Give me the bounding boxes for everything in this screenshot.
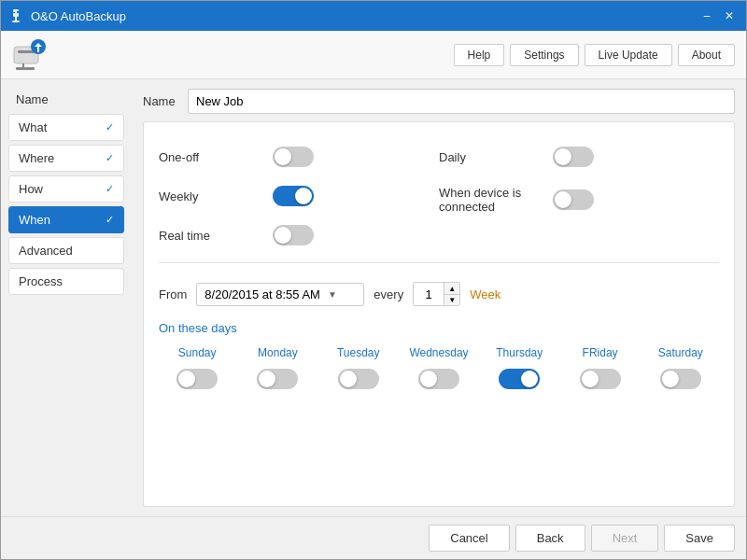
wednesday-track xyxy=(418,369,459,389)
date-value: 8/20/2015 at 8:55 AM xyxy=(204,287,320,301)
sunday-toggle[interactable] xyxy=(176,369,218,389)
spinner-buttons: ▲ ▼ xyxy=(444,283,459,305)
title-bar: O&O AutoBackup – ✕ xyxy=(1,1,746,31)
schedule-options: One-off Weekly xyxy=(159,137,719,255)
divider xyxy=(159,262,719,263)
svg-rect-2 xyxy=(12,21,20,22)
sunday-thumb xyxy=(178,371,195,387)
sidebar-item-when[interactable]: When ✓ xyxy=(8,206,124,233)
name-label: Name xyxy=(143,94,180,108)
sidebar-when-label: When xyxy=(19,213,50,227)
daily-label: Daily xyxy=(439,150,542,164)
real-time-row: Real time xyxy=(159,216,439,255)
day-name-sunday: Sunday xyxy=(159,346,235,365)
next-button[interactable]: Next xyxy=(591,525,659,552)
job-name-input[interactable] xyxy=(188,89,735,114)
back-button[interactable]: Back xyxy=(515,525,585,552)
svg-rect-4 xyxy=(17,11,19,13)
spinner-up[interactable]: ▲ xyxy=(444,283,459,294)
title-bar-left: O&O AutoBackup xyxy=(8,8,126,23)
minimize-button[interactable]: – xyxy=(698,7,716,25)
spinner-down[interactable]: ▼ xyxy=(444,294,459,305)
content-area: Name What ✓ Where ✓ How ✓ When ✓ Advance… xyxy=(1,79,746,516)
svg-rect-6 xyxy=(18,50,35,53)
wednesday-toggle-wrap xyxy=(401,369,477,389)
saturday-toggle[interactable] xyxy=(660,369,701,389)
day-name-saturday: Saturday xyxy=(642,346,719,365)
saturday-track xyxy=(660,369,701,389)
cancel-button[interactable]: Cancel xyxy=(429,525,509,552)
from-label: From xyxy=(159,287,187,301)
weekly-thumb xyxy=(295,188,312,204)
tuesday-toggle[interactable] xyxy=(338,369,379,389)
friday-track xyxy=(580,369,621,389)
save-button[interactable]: Save xyxy=(664,525,735,552)
friday-toggle-wrap xyxy=(561,369,638,389)
thursday-toggle-wrap xyxy=(481,369,557,389)
sidebar-where-check: ✓ xyxy=(106,152,114,164)
main-panel: Name One-off xyxy=(132,79,746,516)
window-title: O&O AutoBackup xyxy=(31,9,126,23)
sidebar-item-where[interactable]: Where ✓ xyxy=(8,145,124,172)
app-window: O&O AutoBackup – ✕ Help Settings Live Up… xyxy=(0,0,747,560)
app-logo xyxy=(12,36,49,74)
close-button[interactable]: ✕ xyxy=(720,7,739,25)
help-button[interactable]: Help xyxy=(454,44,505,66)
sunday-toggle-wrap xyxy=(159,369,235,389)
real-time-toggle[interactable] xyxy=(273,225,314,245)
friday-toggle[interactable] xyxy=(580,369,621,389)
tuesday-track xyxy=(338,369,379,389)
daily-row: Daily xyxy=(439,137,719,176)
real-time-track xyxy=(273,225,314,245)
one-off-toggle[interactable] xyxy=(273,147,314,167)
footer-buttons: Cancel Back Next Save xyxy=(1,516,746,559)
daily-thumb xyxy=(555,148,571,165)
day-name-tuesday: Tuesday xyxy=(320,346,397,365)
saturday-toggle-wrap xyxy=(642,369,719,389)
thursday-toggle[interactable] xyxy=(499,369,540,389)
sidebar-how-check: ✓ xyxy=(106,183,114,195)
about-button[interactable]: About xyxy=(678,44,735,66)
monday-toggle-wrap xyxy=(239,369,316,389)
thursday-track xyxy=(499,369,540,389)
wednesday-toggle[interactable] xyxy=(418,369,459,389)
live-update-button[interactable]: Live Update xyxy=(585,44,672,66)
svg-rect-7 xyxy=(16,67,35,70)
day-name-friday: FRiday xyxy=(561,346,638,365)
settings-button[interactable]: Settings xyxy=(510,44,578,66)
weekly-track xyxy=(273,186,314,206)
thursday-thumb xyxy=(521,371,538,387)
every-input[interactable] xyxy=(414,284,444,305)
days-grid: Sunday Monday Tuesday Wednesday Thursday… xyxy=(159,346,719,389)
weekly-toggle[interactable] xyxy=(273,186,314,206)
date-select[interactable]: 8/20/2015 at 8:55 AM ▼ xyxy=(196,283,364,306)
monday-toggle[interactable] xyxy=(257,369,298,389)
days-title: On these days xyxy=(159,321,719,335)
day-name-monday: Monday xyxy=(239,346,316,365)
tuesday-toggle-wrap xyxy=(320,369,397,389)
sidebar-how-label: How xyxy=(19,182,43,196)
name-row: Name xyxy=(143,89,735,114)
sidebar-process-label: Process xyxy=(19,274,63,288)
sidebar-item-process[interactable]: Process xyxy=(8,268,124,295)
one-off-row: One-off xyxy=(159,137,439,176)
sidebar-item-advanced[interactable]: Advanced xyxy=(8,237,124,264)
every-stepper[interactable]: ▲ ▼ xyxy=(413,282,460,306)
sidebar-item-what[interactable]: What ✓ xyxy=(8,114,124,141)
svg-rect-3 xyxy=(13,12,15,13)
sidebar-item-how[interactable]: How ✓ xyxy=(8,175,124,203)
one-off-label: One-off xyxy=(159,150,261,164)
svg-rect-9 xyxy=(37,47,39,52)
when-connected-toggle[interactable] xyxy=(553,189,594,210)
saturday-thumb xyxy=(662,371,679,387)
schedule-left-col: One-off Weekly xyxy=(159,137,439,255)
logo-icon xyxy=(12,37,48,73)
when-connected-thumb xyxy=(555,191,571,208)
friday-thumb xyxy=(582,371,599,387)
daily-toggle[interactable] xyxy=(553,147,594,167)
real-time-thumb xyxy=(275,227,291,244)
day-name-wednesday: Wednesday xyxy=(401,346,477,365)
schedule-right-col: Daily When device is connected xyxy=(439,137,719,255)
sidebar-what-check: ✓ xyxy=(106,121,114,133)
wednesday-thumb xyxy=(420,371,437,387)
